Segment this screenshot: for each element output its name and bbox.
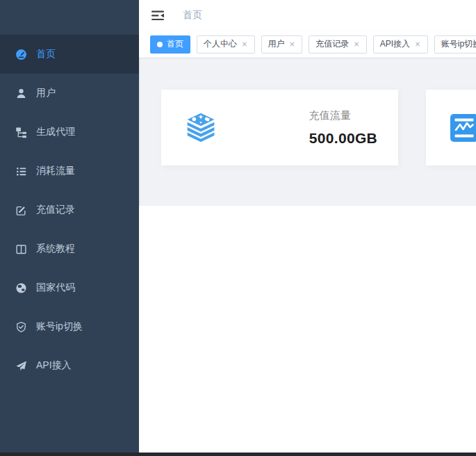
stack-icon	[184, 111, 218, 145]
card-text: 充值流量 500.00GB	[309, 109, 377, 147]
sidebar-item-label: 账号ip切换	[36, 320, 83, 333]
tag-recharge-records[interactable]: 充值记录 ×	[309, 35, 367, 54]
close-icon[interactable]: ×	[241, 40, 248, 49]
main-area: 首页 首页 个人中心 × 用户 × 充值记录 × API接入 × 账号ip切换 …	[139, 0, 476, 453]
tag-label: 首页	[167, 38, 183, 50]
close-icon[interactable]: ×	[414, 40, 421, 49]
tag-label: 充值记录	[315, 38, 349, 50]
globe-icon	[15, 282, 27, 294]
sidebar: 首页 用户 生成代理	[0, 0, 139, 453]
menu-fold-icon[interactable]	[151, 10, 164, 21]
tag-profile[interactable]: 个人中心 ×	[197, 35, 255, 54]
tag-label: 个人中心	[204, 38, 237, 50]
sidebar-item-label: 消耗流量	[36, 165, 75, 177]
close-icon[interactable]: ×	[289, 40, 296, 49]
window-bottom-strip	[0, 453, 476, 456]
sidebar-item-label: 首页	[36, 48, 56, 60]
tag-label: API接入	[380, 38, 410, 50]
tag-users[interactable]: 用户 ×	[261, 35, 303, 54]
edit-square-icon	[15, 204, 27, 216]
chart-monitor-icon	[450, 113, 476, 142]
sidebar-item-label: 生成代理	[36, 126, 75, 138]
tag-label: 用户	[268, 38, 285, 50]
tags-bar: 首页 个人中心 × 用户 × 充值记录 × API接入 × 账号ip切换 ×	[139, 31, 476, 58]
send-icon	[15, 360, 27, 372]
sidebar-item-recharge-records[interactable]: 充值记录	[0, 190, 139, 229]
sidebar-item-country-codes[interactable]: 国家代码	[0, 268, 139, 307]
sidebar-item-account-ip-switch[interactable]: 账号ip切换	[0, 307, 139, 346]
tag-account-ip-switch[interactable]: 账号ip切换 ×	[434, 35, 476, 54]
dashboard-panel: 充值流量 500.00GB	[139, 58, 476, 206]
card-value: 500.00GB	[309, 130, 377, 147]
user-icon	[15, 88, 27, 99]
book-icon	[15, 243, 27, 255]
list-icon	[15, 165, 27, 177]
recharge-traffic-card[interactable]: 充值流量 500.00GB	[161, 90, 398, 165]
sidebar-item-label: API接入	[36, 359, 72, 372]
sidebar-item-consumed-traffic[interactable]: 消耗流量	[0, 152, 139, 190]
sidebar-item-users[interactable]: 用户	[0, 74, 139, 113]
dashboard-icon	[15, 49, 27, 60]
sidebar-item-label: 充值记录	[36, 204, 75, 216]
tag-home[interactable]: 首页	[150, 35, 190, 54]
sidebar-item-label: 国家代码	[36, 282, 75, 294]
stat-card-partial[interactable]	[426, 90, 476, 165]
sidebar-item-tutorials[interactable]: 系统教程	[0, 229, 139, 268]
sidebar-menu: 首页 用户 生成代理	[0, 0, 139, 385]
navbar: 首页	[139, 0, 476, 31]
breadcrumb[interactable]: 首页	[183, 9, 202, 22]
sidebar-item-api-access[interactable]: API接入	[0, 346, 139, 385]
close-icon[interactable]: ×	[353, 40, 360, 49]
sidebar-item-generate-proxy[interactable]: 生成代理	[0, 113, 139, 152]
tag-api-access[interactable]: API接入 ×	[373, 35, 428, 54]
tree-icon	[15, 127, 27, 138]
shield-check-icon	[15, 321, 27, 333]
tag-label: 账号ip切换	[441, 38, 476, 50]
active-dot-icon	[157, 42, 163, 47]
card-title: 充值流量	[309, 109, 377, 122]
sidebar-item-home[interactable]: 首页	[0, 35, 139, 74]
sidebar-item-label: 系统教程	[36, 243, 75, 255]
sidebar-item-label: 用户	[36, 87, 56, 99]
